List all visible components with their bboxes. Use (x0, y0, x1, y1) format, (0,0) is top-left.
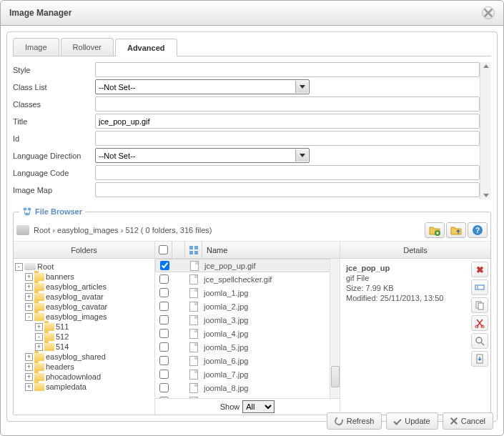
details-name: jce_pop_up (346, 264, 390, 272)
expander-icon[interactable]: - (35, 333, 43, 341)
tab-advanced[interactable]: Advanced (115, 39, 177, 56)
refresh-button[interactable]: Refresh (327, 412, 382, 430)
expander-icon[interactable]: + (25, 363, 33, 371)
file-row[interactable]: joomla_1.jpg (155, 286, 340, 299)
tree-item[interactable]: - 512 (15, 332, 153, 342)
drive-icon (16, 225, 29, 235)
label-style: Style (13, 66, 95, 74)
tree-item[interactable]: + headers (15, 362, 153, 372)
tree-label: headers (46, 362, 74, 371)
tree-label: easyblog_cavatar (46, 302, 107, 311)
upload-icon (450, 224, 462, 236)
tree-item[interactable]: - easyblog_images (15, 312, 153, 322)
input-id[interactable] (95, 131, 480, 146)
file-row[interactable]: joomla_9.jpg (155, 395, 340, 398)
input-langcode[interactable] (95, 165, 480, 180)
file-name: joomla_1.jpg (202, 289, 340, 297)
tree-item[interactable]: + banners (15, 272, 153, 282)
file-row[interactable]: jce_spellchecker.gif (155, 272, 340, 286)
form-scrollbar[interactable] (480, 62, 491, 199)
input-style[interactable] (95, 62, 480, 77)
expander-icon[interactable]: - (25, 313, 33, 321)
input-imagemap[interactable] (95, 182, 480, 197)
file-checkbox[interactable] (159, 288, 169, 297)
file-checkbox[interactable] (159, 274, 169, 284)
expander-icon[interactable]: + (25, 353, 33, 361)
details-type: gif File (346, 273, 463, 283)
tree-item[interactable]: + easyblog_articles (15, 282, 153, 292)
folder-icon (34, 313, 44, 321)
file-checkbox[interactable] (159, 302, 169, 311)
tree-label: 511 (56, 322, 69, 331)
file-row[interactable]: joomla_6.jpg (155, 354, 340, 367)
delete-button[interactable]: ✖ (471, 262, 488, 277)
expander-icon[interactable]: + (25, 273, 33, 281)
tree-item[interactable]: + sampledata (15, 382, 153, 392)
folder-icon (44, 323, 54, 331)
svg-rect-10 (475, 285, 484, 289)
expander-icon[interactable]: + (25, 383, 33, 391)
select-all-checkbox[interactable] (159, 245, 168, 254)
filelist-scrollbar[interactable] (330, 259, 340, 398)
filebrowser-legend: File Browser (35, 207, 82, 216)
input-classes[interactable] (95, 96, 480, 112)
expander-icon[interactable]: - (15, 263, 23, 271)
tree-item[interactable]: + easyblog_avatar (15, 292, 153, 302)
upload-button[interactable] (446, 222, 466, 238)
tree-label: 514 (56, 342, 69, 351)
cancel-button[interactable]: Cancel (443, 412, 493, 430)
cut-button[interactable] (471, 315, 488, 331)
expander-icon[interactable]: + (25, 293, 33, 301)
file-checkbox[interactable] (159, 342, 169, 352)
file-checkbox[interactable] (159, 315, 169, 324)
file-checkbox[interactable] (159, 397, 169, 398)
file-row[interactable]: jce_pop_up.gif (155, 259, 340, 272)
file-row[interactable]: joomla_3.jpg (155, 313, 340, 327)
select-langdir[interactable] (95, 148, 310, 163)
column-name[interactable]: Name (202, 246, 340, 254)
update-button[interactable]: Update (386, 412, 438, 430)
help-button[interactable]: ? (468, 222, 488, 238)
tree-item[interactable]: + phocadownload (15, 372, 153, 382)
view-button[interactable] (471, 333, 488, 349)
close-icon (483, 7, 494, 19)
tree-item[interactable]: + easyblog_cavatar (15, 302, 153, 312)
svg-rect-1 (28, 208, 31, 211)
file-checkbox[interactable] (159, 383, 169, 392)
file-checkbox[interactable] (159, 356, 169, 365)
tab-image[interactable]: Image (13, 38, 59, 56)
file-row[interactable]: joomla_8.jpg (155, 381, 340, 395)
rename-button[interactable] (471, 279, 488, 295)
expander-icon[interactable]: + (35, 343, 43, 351)
tab-rollover[interactable]: Rollover (61, 38, 114, 56)
filter-select[interactable]: All (242, 400, 275, 413)
file-name: joomla_9.jpg (202, 397, 340, 399)
file-row[interactable]: joomla_5.jpg (155, 340, 340, 354)
breadcrumb[interactable]: Root › easyblog_images › 512 ( 0 folders… (34, 226, 425, 234)
file-checkbox[interactable] (159, 329, 169, 338)
file-checkbox[interactable] (159, 370, 169, 379)
folder-plus-icon (429, 224, 440, 236)
file-icon (189, 356, 198, 366)
folder-icon (34, 353, 44, 361)
expander-icon[interactable]: + (25, 283, 33, 291)
file-checkbox[interactable] (160, 261, 169, 270)
dialog-close-button[interactable] (482, 6, 495, 19)
tree-item[interactable]: + easyblog_shared (15, 352, 153, 362)
label-title: Title (13, 117, 95, 126)
expander-icon[interactable]: + (25, 373, 33, 381)
tree-item[interactable]: + 514 (15, 342, 153, 352)
select-classlist[interactable] (95, 79, 310, 94)
expander-icon[interactable]: + (35, 323, 43, 331)
expander-icon[interactable]: + (25, 303, 33, 311)
insert-button[interactable] (471, 351, 488, 367)
tree-root[interactable]: - Root (15, 262, 153, 272)
copy-button[interactable] (471, 297, 488, 313)
label-langdir: Language Direction (13, 152, 95, 160)
new-folder-button[interactable] (425, 222, 445, 238)
file-row[interactable]: joomla_4.jpg (155, 327, 340, 340)
file-row[interactable]: joomla_7.jpg (155, 367, 340, 381)
input-title[interactable] (95, 114, 480, 129)
tree-item[interactable]: + 511 (15, 322, 153, 332)
file-row[interactable]: joomla_2.jpg (155, 299, 340, 313)
